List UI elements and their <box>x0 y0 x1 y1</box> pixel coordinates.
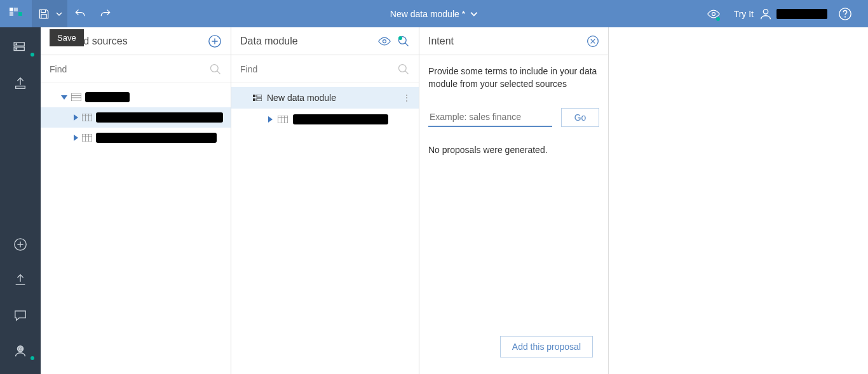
table-name-redacted <box>96 112 223 123</box>
table-icon <box>278 116 288 123</box>
more-actions-icon[interactable]: ⋮ <box>402 93 411 103</box>
svg-rect-38 <box>278 116 287 123</box>
save-button[interactable] <box>34 0 53 27</box>
module-find-input[interactable] <box>240 64 410 74</box>
topbar: New data module * Try It <box>0 0 868 27</box>
svg-point-8 <box>845 17 846 17</box>
add-proposal-button[interactable]: Add this proposal <box>500 336 593 357</box>
intent-panel-header: Intent <box>419 27 608 55</box>
svg-rect-4 <box>41 14 46 18</box>
help-button[interactable] <box>832 0 858 27</box>
intent-panel: Intent Provide some terms to include in … <box>419 27 609 374</box>
search-icon[interactable] <box>209 63 222 76</box>
source-name-redacted <box>85 92 130 102</box>
module-icon <box>253 95 262 101</box>
intent-body: Provide some terms to include in your da… <box>419 55 608 165</box>
intent-panel-title: Intent <box>428 36 454 47</box>
rail-bottom-group <box>8 234 33 361</box>
datasource-icon <box>71 93 81 101</box>
svg-rect-20 <box>71 93 81 101</box>
svg-rect-23 <box>82 114 92 121</box>
module-title: New data module * <box>390 9 465 19</box>
save-tooltip: Save <box>50 29 84 46</box>
username-redacted <box>776 9 827 19</box>
add-source-button[interactable] <box>208 34 222 48</box>
svg-rect-37 <box>257 98 262 101</box>
svg-rect-1 <box>14 8 18 11</box>
svg-point-31 <box>383 39 386 43</box>
svg-rect-13 <box>16 86 25 89</box>
undo-button[interactable] <box>67 0 93 27</box>
module-title-area: New data module * <box>390 9 478 19</box>
no-proposals-text: No proposals were generated. <box>428 145 599 155</box>
module-title-dropdown[interactable] <box>470 10 478 18</box>
intent-input-row: Go <box>428 108 599 127</box>
svg-point-19 <box>211 64 219 72</box>
topbar-left <box>0 0 118 27</box>
svg-rect-35 <box>253 98 255 101</box>
svg-rect-34 <box>253 95 255 97</box>
module-find-row <box>231 55 419 83</box>
chevron-right-icon[interactable] <box>74 135 78 141</box>
app-logo[interactable] <box>0 0 32 27</box>
left-rail <box>0 27 41 374</box>
tree-row-root[interactable] <box>41 87 231 107</box>
module-table-redacted <box>293 114 388 124</box>
tryit-button[interactable]: Try It <box>707 9 754 19</box>
module-root-label: New data module <box>267 93 336 103</box>
rail-upload2-button[interactable] <box>8 270 33 290</box>
svg-rect-0 <box>10 8 13 11</box>
rail-upload-button[interactable] <box>8 73 33 93</box>
module-panel-header: Data module <box>231 27 419 55</box>
tryit-label: Try It <box>734 9 754 19</box>
svg-point-12 <box>16 48 17 50</box>
rail-add-button[interactable] <box>8 234 33 255</box>
rail-chat-button[interactable] <box>8 305 33 326</box>
preview-icon[interactable] <box>378 37 391 46</box>
chevron-right-icon[interactable] <box>74 114 78 121</box>
sources-tree <box>41 83 231 152</box>
rail-profile-button[interactable] <box>8 341 33 361</box>
rail-data-server-button[interactable] <box>8 37 33 58</box>
svg-rect-3 <box>18 12 22 16</box>
intent-terms-input[interactable] <box>428 108 552 127</box>
table-name-redacted <box>96 133 217 143</box>
chevron-right-icon[interactable] <box>268 116 273 123</box>
module-panel: Data module Ne <box>231 27 419 374</box>
tree-row-child-1[interactable] <box>41 107 231 128</box>
svg-rect-36 <box>257 95 262 97</box>
table-icon <box>82 114 92 121</box>
table-icon <box>82 134 92 142</box>
close-intent-button[interactable] <box>587 35 599 48</box>
svg-point-11 <box>16 44 17 45</box>
svg-rect-2 <box>10 12 13 16</box>
module-child-row[interactable] <box>231 109 419 130</box>
user-menu[interactable] <box>759 7 827 21</box>
intent-description: Provide some terms to include in your da… <box>428 65 599 90</box>
module-root-row[interactable]: New data module ⋮ <box>231 87 419 109</box>
save-dropdown-button[interactable] <box>53 0 65 27</box>
tree-row-child-2[interactable] <box>41 128 231 148</box>
svg-point-5 <box>712 12 715 15</box>
sources-find-row <box>41 55 231 83</box>
chevron-down-icon[interactable] <box>61 95 67 100</box>
module-panel-title: Data module <box>240 36 298 47</box>
svg-point-33 <box>399 64 407 72</box>
topbar-right: Try It <box>707 0 868 27</box>
sources-panel: Selected sources <box>41 27 231 374</box>
save-button-group <box>32 0 67 27</box>
redo-button[interactable] <box>93 0 118 27</box>
svg-rect-27 <box>82 134 92 142</box>
search-insight-icon[interactable] <box>397 35 410 48</box>
svg-point-6 <box>763 9 768 13</box>
intent-go-button[interactable]: Go <box>561 108 599 127</box>
main: Selected sources <box>0 27 868 374</box>
sources-find-input[interactable] <box>50 64 222 74</box>
module-tree: New data module ⋮ <box>231 83 419 134</box>
search-icon[interactable] <box>397 63 410 76</box>
